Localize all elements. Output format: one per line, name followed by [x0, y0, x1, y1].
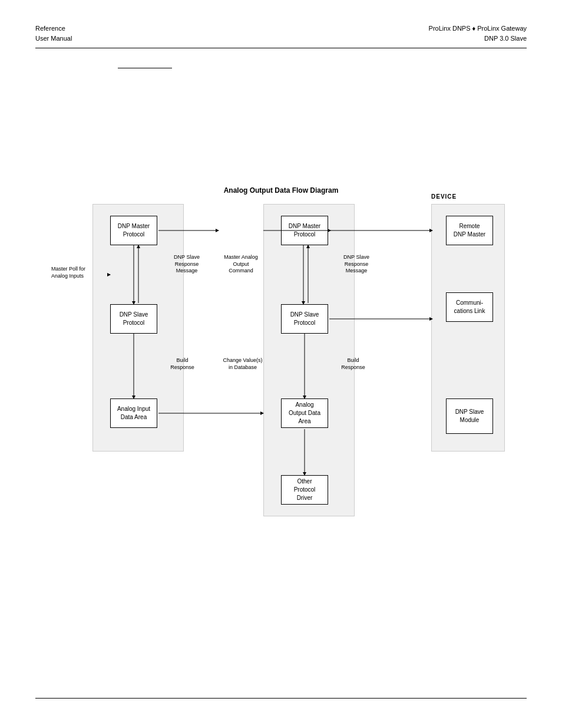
header-left: Reference User Manual [35, 24, 72, 43]
footer-rule [35, 698, 527, 699]
header-user-manual: User Manual [35, 34, 72, 44]
label-master-analog-output: Master Analog Output Command [217, 254, 265, 275]
label-master-poll: Master Poll for Analog Inputs [51, 266, 104, 279]
label-change-values: Change Value(s) in Database [216, 357, 269, 371]
box-remote-dnp-master: Remote DNP Master [446, 216, 493, 245]
box-other-protocol: Other Protocol Driver [281, 475, 328, 505]
header: Reference User Manual ProLinx DNPS ♦ Pro… [35, 24, 527, 43]
box-comms-link: Communi- cations Link [446, 292, 493, 322]
page: Reference User Manual ProLinx DNPS ♦ Pro… [0, 0, 562, 728]
header-rule [35, 48, 527, 48]
box-dnp-slave-proto-right: DNP Slave Protocol [281, 304, 328, 334]
box-dnp-master-right: DNP Master Protocol [281, 216, 328, 245]
header-prolinx: ProLinx DNPS ♦ ProLinx Gateway [429, 24, 527, 34]
header-reference: Reference [35, 24, 72, 34]
label-build-response-left: Build Response [163, 357, 201, 371]
label-dnp-slave-response-right: DNP Slave Response Message [336, 254, 377, 275]
box-analog-output: Analog Output Data Area [281, 398, 328, 428]
label-dnp-slave-response-left: DNP Slave Response Message [166, 254, 207, 275]
box-dnp-slave-module: DNP Slave Module [446, 398, 493, 434]
underlined-section [35, 60, 527, 186]
label-build-response-right: Build Response [334, 357, 372, 371]
diagram-container: DEVICE DNP Master Protocol DNP Slave Pro… [51, 204, 511, 546]
box-dnp-slave-proto-left: DNP Slave Protocol [110, 304, 157, 334]
box-analog-input: Analog Input Data Area [110, 398, 157, 428]
header-dnp: DNP 3.0 Slave [429, 34, 527, 44]
box-dnp-master-left: DNP Master Protocol [110, 216, 157, 245]
header-right: ProLinx DNPS ♦ ProLinx Gateway DNP 3.0 S… [429, 24, 527, 43]
underlined-text [118, 60, 172, 68]
device-label: DEVICE [431, 193, 457, 200]
